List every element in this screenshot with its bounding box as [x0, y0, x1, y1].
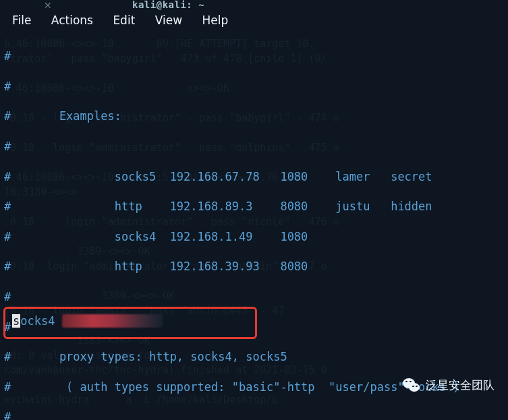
editor-line: # ( auth types supported: "basic"-http "… [4, 380, 460, 394]
menu-help[interactable]: Help [202, 13, 228, 27]
menu-view[interactable]: View [155, 13, 182, 27]
menu-edit[interactable]: Edit [113, 13, 135, 27]
proxy-type: ocks4 [20, 314, 55, 328]
editor-line: # [4, 140, 11, 153]
watermark: 泛星安全团队 [403, 378, 495, 393]
editor-line: # socks4 192.168.1.49 1080 [4, 230, 308, 243]
menu-file[interactable]: File [12, 13, 31, 27]
editor-line: # [4, 80, 11, 93]
window-title: kali@kali: ~ [132, 0, 204, 10]
editor-line: # http 192.168.39.93 8080 [4, 260, 308, 273]
menu-actions[interactable]: Actions [51, 13, 93, 27]
editor-line: # [4, 410, 11, 420]
editor-line: # Examples: [4, 109, 121, 123]
titlebar: ✕ kali@kali: ~ [0, 0, 508, 12]
cursor: s [12, 314, 20, 328]
wechat-icon [403, 378, 420, 393]
watermark-text: 泛星安全团队 [426, 378, 495, 393]
editor-line: # [4, 320, 11, 334]
editor-line: # proxy types: http, socks4, socks5 [4, 350, 287, 363]
editor-line: # [4, 290, 11, 303]
close-icon[interactable]: ✕ [43, 1, 53, 11]
redacted-host-smudge [62, 314, 163, 328]
editor-line: # socks5 192.168.67.78 1080 lamer secret [4, 170, 432, 183]
editor-content[interactable]: # # # Examples: # # socks5 192.168.67.78… [4, 34, 508, 420]
editor-line: # http 192.168.89.3 8080 justu hidden [4, 200, 432, 213]
editor-line: # [4, 49, 11, 63]
menubar: File Actions Edit View Help [0, 12, 508, 35]
